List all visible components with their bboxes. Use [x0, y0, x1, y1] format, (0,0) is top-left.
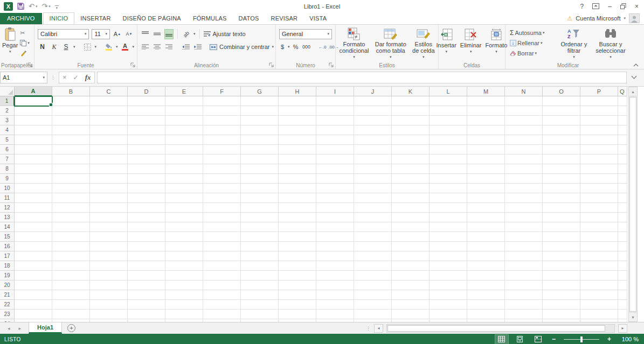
cell-D15[interactable] — [128, 232, 165, 242]
cell-P2[interactable] — [580, 106, 618, 116]
sort-filter-button[interactable]: AZ Ordenar y filtrar ▾ — [556, 26, 592, 61]
copy-button[interactable]: ▾ — [20, 39, 30, 47]
cell-P8[interactable] — [580, 164, 618, 174]
cell-C22[interactable] — [90, 300, 128, 310]
cell-O8[interactable] — [543, 164, 580, 174]
cell-K9[interactable] — [392, 174, 430, 184]
scroll-right-icon[interactable]: ▸ — [618, 324, 627, 333]
row-header-12[interactable]: 12 — [0, 203, 15, 213]
cell-O18[interactable] — [543, 261, 580, 271]
cell-F13[interactable] — [203, 213, 241, 222]
cell-G3[interactable] — [241, 116, 279, 125]
cell-E14[interactable] — [165, 222, 203, 232]
cell-C8[interactable] — [90, 164, 128, 174]
cell-N5[interactable] — [505, 135, 543, 145]
cell-F12[interactable] — [203, 203, 241, 213]
cell-Q5[interactable] — [618, 135, 627, 145]
cell-G23[interactable] — [241, 310, 279, 319]
cell-D9[interactable] — [128, 174, 165, 184]
cell-N3[interactable] — [505, 116, 543, 125]
cell-F3[interactable] — [203, 116, 241, 125]
cell-I2[interactable] — [316, 106, 354, 116]
cell-M19[interactable] — [467, 271, 505, 280]
cell-D1[interactable] — [128, 96, 165, 106]
close-icon[interactable]: × — [635, 3, 639, 10]
cell-B4[interactable] — [52, 125, 90, 135]
cell-L15[interactable] — [430, 232, 467, 242]
cell-O6[interactable] — [543, 145, 580, 155]
cell-J11[interactable] — [354, 193, 392, 203]
scroll-up-icon[interactable]: ▴ — [629, 87, 637, 96]
cell-G19[interactable] — [241, 271, 279, 280]
cell-P3[interactable] — [580, 116, 618, 125]
cell-Q10[interactable] — [618, 184, 627, 193]
account-area[interactable]: ⚠ Cuenta Microsoft ▾ — [567, 13, 640, 23]
clear-button[interactable]: Borrar▾ — [510, 49, 555, 58]
cell-D19[interactable] — [128, 271, 165, 280]
cell-M2[interactable] — [467, 106, 505, 116]
cell-D10[interactable] — [128, 184, 165, 193]
cell-B23[interactable] — [52, 310, 90, 319]
cell-N18[interactable] — [505, 261, 543, 271]
cell-K22[interactable] — [392, 300, 430, 310]
select-all-corner[interactable] — [0, 87, 15, 96]
row-header-15[interactable]: 15 — [0, 232, 15, 242]
cell-A11[interactable] — [15, 193, 52, 203]
row-header-3[interactable]: 3 — [0, 116, 15, 125]
cell-L19[interactable] — [430, 271, 467, 280]
cell-A20[interactable] — [15, 280, 52, 290]
sheet-tab-hoja1[interactable]: Hoja1 — [29, 322, 62, 334]
cell-G18[interactable] — [241, 261, 279, 271]
cell-P22[interactable] — [580, 300, 618, 310]
cell-J3[interactable] — [354, 116, 392, 125]
clipboard-dialog-launcher[interactable] — [27, 62, 33, 68]
cell-K16[interactable] — [392, 242, 430, 251]
cell-J12[interactable] — [354, 203, 392, 213]
cell-P9[interactable] — [580, 174, 618, 184]
cell-F9[interactable] — [203, 174, 241, 184]
cell-E23[interactable] — [165, 310, 203, 319]
column-header-M[interactable]: M — [467, 87, 505, 96]
cell-N19[interactable] — [505, 271, 543, 280]
cell-L20[interactable] — [430, 280, 467, 290]
cell-I23[interactable] — [316, 310, 354, 319]
cell-M8[interactable] — [467, 164, 505, 174]
cell-A13[interactable] — [15, 213, 52, 222]
cell-C6[interactable] — [90, 145, 128, 155]
cell-B12[interactable] — [52, 203, 90, 213]
vertical-scrollbar[interactable]: ▴ ▾ — [628, 87, 638, 322]
row-header-20[interactable]: 20 — [0, 280, 15, 290]
cell-Q8[interactable] — [618, 164, 627, 174]
cell-H22[interactable] — [279, 300, 316, 310]
cell-O22[interactable] — [543, 300, 580, 310]
column-header-O[interactable]: O — [543, 87, 580, 96]
cell-H23[interactable] — [279, 310, 316, 319]
cell-E8[interactable] — [165, 164, 203, 174]
currency-button[interactable]: $ — [279, 42, 286, 52]
cell-D22[interactable] — [128, 300, 165, 310]
cell-L18[interactable] — [430, 261, 467, 271]
cell-H3[interactable] — [279, 116, 316, 125]
cell-D11[interactable] — [128, 193, 165, 203]
cell-H5[interactable] — [279, 135, 316, 145]
horizontal-scrollbar-thumb[interactable] — [387, 325, 605, 332]
cell-P13[interactable] — [580, 213, 618, 222]
cell-L1[interactable] — [430, 96, 467, 106]
column-header-J[interactable]: J — [354, 87, 392, 96]
cell-I8[interactable] — [316, 164, 354, 174]
cell-O2[interactable] — [543, 106, 580, 116]
row-header-2[interactable]: 2 — [0, 106, 15, 116]
cell-F15[interactable] — [203, 232, 241, 242]
cell-J17[interactable] — [354, 251, 392, 261]
cell-N8[interactable] — [505, 164, 543, 174]
cell-L8[interactable] — [430, 164, 467, 174]
cell-E5[interactable] — [165, 135, 203, 145]
cell-G13[interactable] — [241, 213, 279, 222]
cell-G10[interactable] — [241, 184, 279, 193]
cell-H13[interactable] — [279, 213, 316, 222]
cell-C5[interactable] — [90, 135, 128, 145]
cell-A3[interactable] — [15, 116, 52, 125]
cell-P12[interactable] — [580, 203, 618, 213]
row-header-5[interactable]: 5 — [0, 135, 15, 145]
cell-A18[interactable] — [15, 261, 52, 271]
